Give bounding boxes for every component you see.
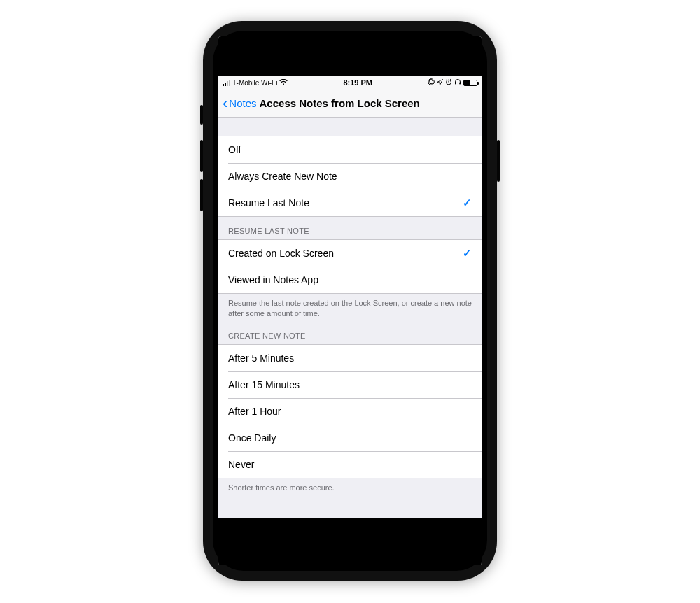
option-after-5-min[interactable]: After 5 Minutes [218,345,482,371]
volume-down-button[interactable] [200,179,203,211]
option-label: Resume Last Note [228,197,309,208]
nav-bar: ‹ Notes Access Notes from Lock Screen [218,90,482,118]
option-once-daily[interactable]: Once Daily [218,425,482,451]
access-mode-group: Off Always Create New Note Resume Last N… [218,136,482,217]
create-group-header: CREATE NEW NOTE [218,322,482,344]
page-title: Access Notes from Lock Screen [260,97,420,109]
option-always-create[interactable]: Always Create New Note [218,163,482,190]
status-time: 8:19 PM [343,78,372,87]
svg-rect-2 [455,83,456,85]
option-label: After 5 Minutes [228,353,294,364]
checkmark-icon: ✓ [463,247,472,260]
option-label: Never [228,459,254,470]
checkmark-icon: ✓ [463,197,472,209]
option-viewed-in-app[interactable]: Viewed in Notes App [218,267,482,293]
option-never[interactable]: Never [218,451,482,478]
resume-group-footer: Resume the last note created on the Lock… [218,294,482,322]
screen: T-Mobile Wi-Fi 8:19 PM [218,36,482,565]
option-label: Off [228,144,241,155]
volume-up-button[interactable] [200,140,203,172]
option-label: Created on Lock Screen [228,248,334,259]
create-group: After 5 Minutes After 15 Minutes After 1… [218,344,482,478]
svg-rect-3 [459,83,461,85]
power-button[interactable] [497,140,500,182]
status-right [428,78,477,87]
wifi-icon [279,79,288,87]
chevron-left-icon: ‹ [223,96,227,111]
option-label: Always Create New Note [228,171,337,182]
option-label: After 1 Hour [228,406,281,417]
back-button[interactable]: ‹ Notes [223,96,257,111]
group-spacer [218,118,482,136]
phone-frame: T-Mobile Wi-Fi 8:19 PM [203,21,497,581]
battery-icon [463,80,477,86]
option-label: After 15 Minutes [228,379,300,390]
option-label: Viewed in Notes App [228,274,318,285]
orientation-lock-icon [428,78,435,87]
option-after-15-min[interactable]: After 15 Minutes [218,371,482,398]
back-label: Notes [229,97,256,109]
location-icon [437,79,443,87]
create-group-footer: Shorter times are more secure. [218,478,482,496]
option-after-1-hour[interactable]: After 1 Hour [218,398,482,425]
headphones-icon [454,78,461,87]
screen-bezel-top [218,36,482,76]
alarm-icon [445,78,452,87]
option-created-lock-screen[interactable]: Created on Lock Screen ✓ [218,240,482,267]
mute-switch[interactable] [200,105,203,125]
option-label: Once Daily [228,432,276,444]
resume-group: Created on Lock Screen ✓ Viewed in Notes… [218,239,482,294]
option-off[interactable]: Off [218,136,482,163]
status-left: T-Mobile Wi-Fi [223,79,288,87]
cellular-signal-icon [223,80,230,86]
option-resume-last[interactable]: Resume Last Note ✓ [218,190,482,216]
phone-inner: T-Mobile Wi-Fi 8:19 PM [213,31,487,571]
status-bar: T-Mobile Wi-Fi 8:19 PM [218,76,482,90]
screen-bezel-bottom [218,518,482,565]
bottom-spacer [218,496,482,503]
carrier-label: T-Mobile Wi-Fi [232,79,277,87]
resume-group-header: RESUME LAST NOTE [218,217,482,239]
settings-content[interactable]: Off Always Create New Note Resume Last N… [218,118,482,518]
